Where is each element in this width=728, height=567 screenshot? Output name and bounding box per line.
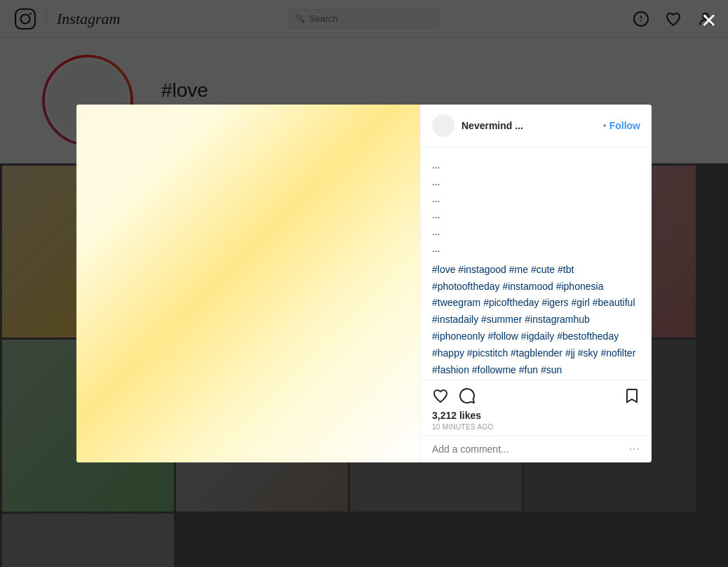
caption-line-4: ... bbox=[432, 207, 640, 224]
follow-dot: • bbox=[603, 120, 607, 131]
modal-username: Nevermind ... bbox=[461, 120, 596, 131]
likes-count: 3,212 likes bbox=[432, 410, 640, 421]
modal-actions: 3,212 likes 10 minutes ago bbox=[421, 380, 652, 436]
modal-header: Nevermind ... • Follow bbox=[421, 105, 652, 147]
caption-line-3: ... bbox=[432, 191, 640, 208]
comment-ellipsis[interactable]: ··· bbox=[629, 443, 640, 455]
caption-line-1: ... bbox=[432, 157, 640, 174]
modal-overlay: ✕ Nevermind ... • Follow ... ... ... ... bbox=[0, 0, 728, 567]
follow-button[interactable]: Follow bbox=[609, 120, 640, 131]
caption-line-5: ... bbox=[432, 224, 640, 241]
comment-input[interactable] bbox=[432, 443, 622, 455]
modal-image-pane bbox=[76, 105, 420, 462]
post-time: 10 minutes ago bbox=[432, 423, 640, 431]
action-icons-row bbox=[432, 387, 640, 404]
modal-follow-area: • Follow bbox=[603, 120, 640, 131]
like-button[interactable] bbox=[432, 387, 449, 404]
caption-line-2: ... bbox=[432, 174, 640, 191]
modal-right-pane: Nevermind ... • Follow ... ... ... ... .… bbox=[420, 105, 652, 462]
modal-caption: ... ... ... ... ... ... #love #instagood… bbox=[421, 147, 652, 380]
modal-avatar bbox=[432, 114, 454, 137]
comment-box[interactable]: ··· bbox=[421, 436, 652, 462]
save-button[interactable] bbox=[623, 387, 640, 404]
caption-hashtags: #love #instagood #me #cute #tbt #photoof… bbox=[432, 262, 640, 379]
modal: Nevermind ... • Follow ... ... ... ... .… bbox=[76, 105, 652, 462]
comment-button[interactable] bbox=[459, 387, 476, 404]
caption-line-6: ... bbox=[432, 241, 640, 258]
close-button[interactable]: ✕ bbox=[701, 11, 717, 31]
